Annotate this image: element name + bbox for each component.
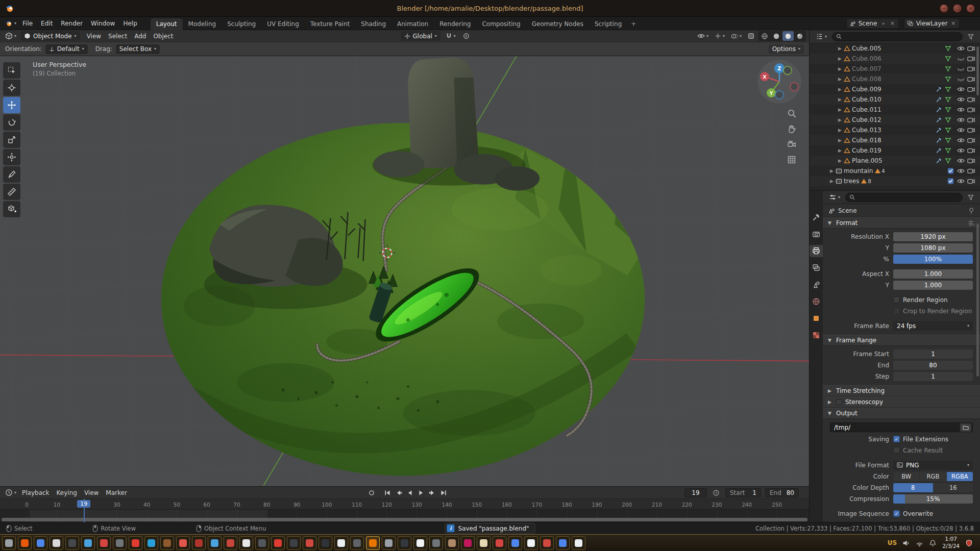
orientation-dropdown[interactable]: Default ▾ [45, 44, 88, 54]
annotate-tool-button[interactable] [3, 166, 20, 183]
taskbar-notes[interactable] [398, 536, 411, 550]
select-box-tool-button[interactable] [3, 62, 20, 79]
editor-type-button[interactable]: ▾ [3, 31, 18, 41]
section-output[interactable]: ▼ Output [823, 408, 980, 419]
taskbar-inkscape[interactable] [461, 536, 475, 550]
move-tool-button[interactable] [3, 97, 20, 113]
open-directory-button[interactable] [960, 423, 971, 432]
expand-icon[interactable]: ▶ [836, 97, 844, 102]
taskbar-calculator[interactable] [413, 536, 427, 550]
taskbar-telegram[interactable] [144, 536, 158, 550]
cache-result-checkbox[interactable] [893, 447, 900, 454]
show-overlays-toggle[interactable]: ▾ [729, 31, 744, 41]
window-titlebar[interactable]: Blender [/home/amalie/Desktop/blender/pa… [0, 0, 980, 17]
expand-icon[interactable]: ▶ [836, 138, 844, 143]
output-path-field[interactable]: /tmp/ [830, 422, 973, 432]
shading-solid-button[interactable] [771, 31, 782, 41]
shading-material-button[interactable] [782, 31, 794, 41]
remove-viewlayer-button[interactable]: × [950, 20, 957, 26]
expand-icon[interactable]: ▶ [836, 128, 844, 133]
taskbar-settings[interactable] [113, 536, 127, 550]
timeline-editor-button[interactable]: ▾ [3, 488, 18, 497]
workspace-tab-animation[interactable]: Animation [391, 18, 434, 30]
taskbar-pdf-reader[interactable] [493, 536, 506, 550]
aspect-y-field[interactable]: 1.000 [893, 281, 973, 290]
outliner-item[interactable]: ▶Plane.005 [810, 156, 980, 166]
timeline-menu-playback[interactable]: Playback [18, 487, 53, 499]
maximize-button[interactable]: □ [953, 4, 962, 13]
expand-icon[interactable]: ▶ [836, 56, 844, 61]
frame-rate-dropdown[interactable]: 24 fps▾ [893, 321, 973, 331]
volume-icon[interactable] [902, 539, 910, 547]
frame-start-field[interactable]: 1 [893, 349, 973, 359]
properties-filter-icon[interactable] [966, 192, 976, 202]
auto-keying-toggle[interactable] [366, 488, 377, 497]
expand-icon[interactable]: ▶ [836, 107, 844, 112]
taskbar-writer[interactable] [477, 536, 491, 550]
section-stereoscopy[interactable]: ▶ Stereoscopy [823, 396, 980, 408]
taskbar-chat[interactable] [508, 536, 522, 550]
outliner-item[interactable]: ▶Cube.007 [810, 64, 980, 74]
shield-icon[interactable] [965, 539, 973, 547]
outliner-filter-icon[interactable] [966, 32, 976, 41]
timeline-menu-view[interactable]: View [81, 487, 102, 499]
show-gizmos-toggle[interactable]: ▾ [713, 31, 727, 41]
taskbar-music-note[interactable] [524, 536, 538, 550]
expand-icon[interactable]: ▶ [836, 87, 844, 92]
expand-icon[interactable]: ▶ [836, 158, 844, 163]
scale-tool-button[interactable] [3, 132, 20, 148]
outliner-item[interactable]: ▶Cube.019 [810, 145, 980, 156]
properties-object-tab[interactable] [810, 312, 823, 324]
properties-editor-button[interactable]: ▾ [827, 192, 842, 202]
taskbar-office[interactable] [334, 536, 348, 550]
render-region-checkbox[interactable] [893, 296, 900, 303]
color-bw-button[interactable]: BW [893, 472, 919, 481]
resolution-y-field[interactable]: 1080 px [893, 243, 973, 253]
workspace-tab-geometry-nodes[interactable]: Geometry Nodes [526, 18, 589, 30]
outliner-editor-button[interactable]: ▾ [814, 32, 829, 41]
properties-texture-tab[interactable] [810, 329, 823, 341]
taskbar-downloads[interactable] [224, 536, 237, 550]
current-frame-field[interactable]: 19 [684, 488, 707, 497]
properties-output-tab[interactable] [810, 245, 823, 257]
close-button[interactable]: × [966, 4, 975, 13]
menu-render[interactable]: Render [57, 20, 87, 27]
taskbar-help[interactable] [572, 536, 585, 550]
depth-8-button[interactable]: 8 [893, 483, 933, 492]
taskbar-paint[interactable] [303, 536, 316, 550]
pan-hand-icon[interactable] [786, 123, 798, 135]
stereoscopy-checkbox[interactable] [836, 399, 842, 405]
workspace-tab-shading[interactable]: Shading [355, 18, 391, 30]
outliner-item[interactable]: ▶Cube.011 [810, 105, 980, 115]
expand-icon[interactable]: ▶ [836, 46, 844, 51]
section-time-stretching[interactable]: ▶ Time Stretching [823, 385, 980, 396]
taskbar-gimp[interactable] [445, 536, 459, 550]
taskbar-messenger[interactable] [208, 536, 222, 550]
workspace-tab-scripting[interactable]: Scripting [589, 18, 627, 30]
outliner-item[interactable]: ▶Cube.009 [810, 84, 980, 94]
add-cube-tool-button[interactable] [3, 201, 20, 217]
file-extensions-checkbox[interactable] [893, 436, 900, 442]
properties-view-layer-tab[interactable] [810, 262, 823, 274]
outliner-item[interactable]: ▶Cube.008 [810, 74, 980, 84]
shading-rendered-button[interactable] [794, 31, 805, 41]
properties-scrollbar[interactable] [976, 223, 979, 377]
outliner-scrollbar[interactable] [976, 46, 979, 95]
outliner-item[interactable]: ▶trees8 [810, 176, 980, 186]
keying-clock-icon[interactable] [711, 488, 721, 497]
jump-to-end-button[interactable] [438, 488, 449, 497]
blender-icon-menu[interactable]: ▾ [3, 18, 18, 28]
crop-render-region-checkbox[interactable] [893, 308, 900, 314]
navigation-gizmo[interactable]: Z X Y [757, 59, 802, 104]
viewport-menu-add[interactable]: Add [131, 30, 150, 42]
frame-end-field[interactable]: End80 [765, 488, 799, 497]
section-format[interactable]: ▼ Format [823, 217, 980, 229]
viewlayer-selector[interactable]: ViewLayer × [904, 18, 960, 29]
taskbar-youtube-music[interactable] [129, 536, 142, 550]
depth-16-button[interactable]: 16 [934, 483, 973, 492]
frame-step-field[interactable]: 1 [893, 372, 973, 381]
compression-slider[interactable]: 15% [893, 494, 973, 504]
jump-to-start-button[interactable] [382, 488, 393, 497]
taskbar-color-picker[interactable] [429, 536, 443, 550]
resolution-x-field[interactable]: 1920 px [893, 232, 973, 241]
